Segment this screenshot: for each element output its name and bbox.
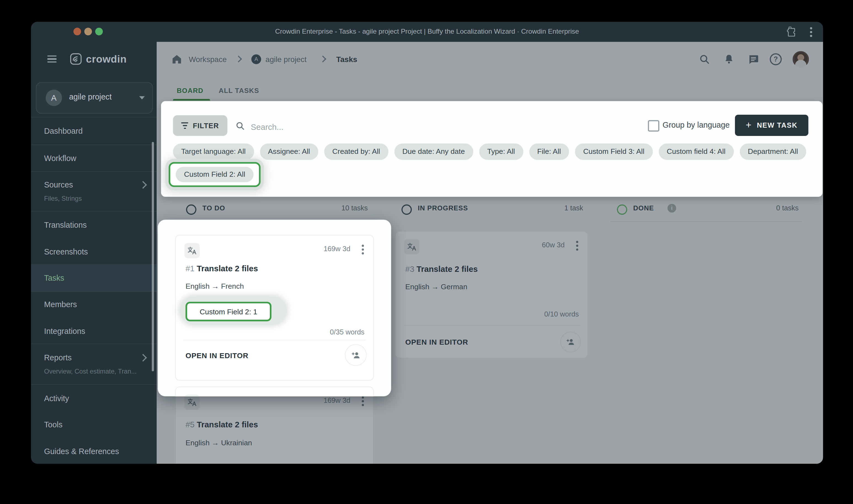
filter-chip-file[interactable]: File: All [529,144,569,160]
filter-chip-custom-field-2-label: Custom Field 2: All [176,167,253,182]
sidebar-item-tasks[interactable]: Tasks [44,272,64,283]
sidebar-item-translations[interactable]: Translations [44,220,87,231]
translate-task-icon [184,395,199,396]
crowdin-logo[interactable]: crowdin [70,53,127,65]
filter-chip-custom-field-4[interactable]: Custom field 4: All [659,144,734,160]
filter-chip-assignee[interactable]: Assignee: All [260,144,318,160]
window-title: Crowdin Enterprise - Tasks - agile proje… [31,22,823,42]
filter-chip-created-by[interactable]: Created by: All [324,144,388,160]
divider [31,344,157,344]
hamburger-menu-icon[interactable] [48,55,57,62]
search-icon [235,121,245,131]
chevron-right-icon [139,354,147,362]
project-name: agile project [69,92,111,101]
sidebar-item-dashboard[interactable]: Dashboard [44,126,83,137]
task-card-1[interactable]: 169w 3d #1Translate 2 files English → Fr… [175,235,374,380]
group-by-language-checkbox[interactable] [648,120,659,131]
filter-button-label: FILTER [193,122,219,130]
crowdin-logo-text: crowdin [86,53,127,65]
project-switcher[interactable]: A agile project [36,82,153,113]
task-title: #1Translate 2 files [186,264,258,273]
sidebar-item-guides[interactable]: Guides & References [44,446,119,456]
filter-chips-row: Target language: All Assignee: All Creat… [173,144,806,160]
translate-task-icon [184,243,199,258]
divider [31,384,157,385]
main-content: Workspace A agile project Tasks ? BOARD … [157,42,823,464]
task-card-5-top[interactable]: 169w 3d [175,386,374,396]
divider [31,171,157,172]
sidebar-item-reports-subtitle: Overview, Cost estimate, Tran... [44,367,145,376]
spotlight-panel: 169w 3d #1Translate 2 files English → Fr… [158,220,391,396]
sidebar-item-tools[interactable]: Tools [44,419,63,430]
task-title-text: Translate 2 files [197,264,258,273]
divider [31,291,157,292]
filter-chip-department[interactable]: Department: All [739,144,806,160]
filter-chip-due-date[interactable]: Due date: Any date [394,144,473,160]
sidebar-item-integrations[interactable]: Integrations [44,326,85,336]
extensions-icon[interactable] [786,27,797,37]
filter-chip-type[interactable]: Type: All [479,144,523,160]
task-languages: English → French [186,282,244,290]
assign-user-button[interactable] [345,344,367,366]
filter-chip-custom-field-2-highlighted[interactable]: Custom Field 2: All [169,162,260,187]
sidebar-scrollbar[interactable] [152,142,154,372]
group-by-language-label[interactable]: Group by language [663,121,730,130]
sidebar-item-sources-subtitle: Files, Strings [44,194,145,203]
filter-chip-target-language[interactable]: Target language: All [173,144,254,160]
screen: Crowdin Enterprise - Tasks - agile proje… [0,0,853,504]
task-id: #1 [186,264,194,273]
sidebar: crowdin A agile project Dashboard Workfl… [31,42,157,464]
new-task-button[interactable]: + NEW TASK [735,115,808,136]
filter-icon [181,122,188,129]
search-input[interactable] [250,119,415,134]
filter-chip-custom-field-3[interactable]: Custom Field 3: All [575,144,652,160]
divider [31,211,157,212]
browser-menu-icon[interactable] [810,31,812,33]
task-age: 169w 3d [324,245,350,253]
filter-panel: FILTER Group by language + NEW TASK Targ… [161,101,823,197]
title-bar: Crowdin Enterprise - Tasks - agile proje… [31,22,823,42]
sidebar-item-members[interactable]: Members [44,299,77,310]
divider [31,145,157,145]
open-in-editor-link[interactable]: OPEN IN EDITOR [186,352,248,360]
divider [184,340,366,340]
custom-field-badge-highlighted[interactable]: Custom Field 2: 1 [186,302,272,321]
sidebar-item-workflow[interactable]: Workflow [44,153,76,163]
sidebar-item-activity[interactable]: Activity [44,393,69,404]
project-avatar: A [46,90,62,106]
divider [31,117,157,118]
card-menu-icon[interactable] [362,248,364,251]
browser-window: Crowdin Enterprise - Tasks - agile proje… [31,22,823,464]
plus-icon: + [746,120,751,130]
new-task-label: NEW TASK [757,121,797,130]
sidebar-item-sources[interactable]: Sources [44,179,73,190]
sidebar-item-reports[interactable]: Reports [44,353,72,363]
chevron-down-icon [139,96,145,100]
filter-button[interactable]: FILTER [173,115,227,136]
chevron-right-icon [139,181,147,189]
sidebar-item-screenshots[interactable]: Screenshots [44,246,88,257]
crowdin-logo-icon [70,53,82,65]
task-word-count: 0/35 words [330,328,364,336]
